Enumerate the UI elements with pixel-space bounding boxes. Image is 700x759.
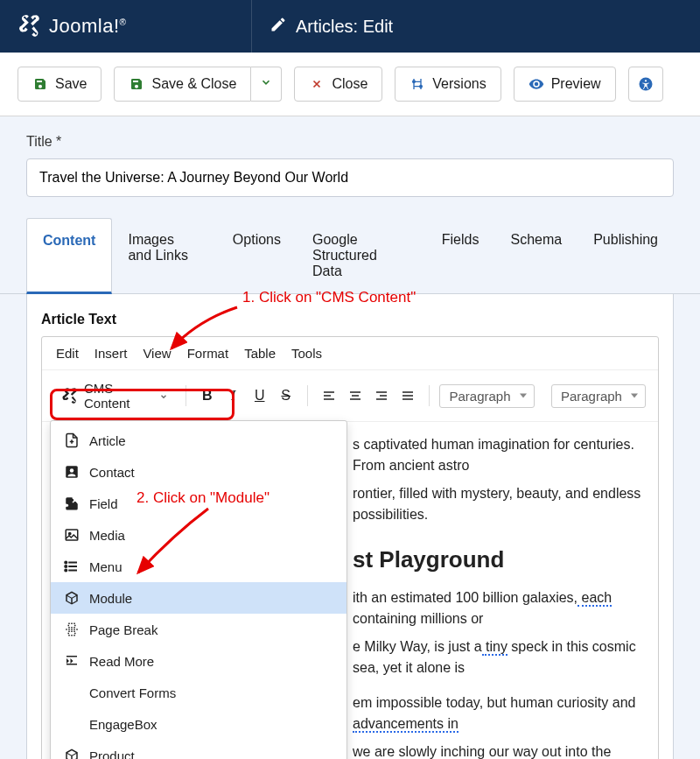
save-close-dropdown[interactable] — [251, 67, 282, 102]
svg-point-1 — [420, 85, 423, 88]
editor-toolbar: CMS Content B I U S Paragraph Paragraph — [42, 370, 658, 422]
cms-content-dropdown: 2. Click on "Module" Article Contact Fie… — [50, 420, 347, 759]
title-field-section: Title * — [0, 116, 700, 218]
svg-point-0 — [413, 81, 416, 83]
cube-icon — [63, 589, 80, 607]
align-right-button[interactable] — [371, 384, 392, 407]
tab-schema[interactable]: Schema — [494, 218, 578, 293]
brand-name: Joomla!® — [49, 15, 126, 38]
versions-button[interactable]: Versions — [395, 67, 500, 102]
strikethrough-button[interactable]: S — [276, 384, 297, 407]
svg-point-9 — [65, 566, 66, 567]
format-select-2[interactable]: Paragraph — [551, 384, 646, 408]
bold-button[interactable]: B — [197, 384, 218, 407]
cms-item-pagebreak[interactable]: Page Break — [51, 614, 346, 645]
cms-item-module[interactable]: Module — [51, 582, 346, 614]
cms-item-field[interactable]: Field — [51, 488, 346, 519]
tab-publishing[interactable]: Publishing — [578, 218, 674, 293]
chevron-down-icon — [260, 76, 272, 92]
preview-button[interactable]: Preview — [514, 67, 616, 102]
tab-structured-data[interactable]: Google Structured Data — [297, 218, 426, 293]
italic-button[interactable]: I — [223, 384, 244, 407]
cube-icon — [63, 747, 80, 759]
separator — [307, 385, 308, 406]
menu-edit[interactable]: Edit — [56, 346, 79, 361]
underline-button[interactable]: U — [249, 384, 270, 407]
wysiwyg-editor: Edit Insert View Format Table Tools CMS … — [41, 336, 659, 759]
menu-view[interactable]: View — [143, 346, 171, 361]
menu-lines-icon — [63, 558, 80, 575]
menu-tools[interactable]: Tools — [291, 346, 322, 361]
title-label: Title * — [26, 134, 674, 150]
media-icon — [63, 526, 80, 544]
action-toolbar: Save Save & Close Close Versions Preview — [0, 53, 700, 116]
cms-item-contact[interactable]: Contact — [51, 456, 346, 488]
close-icon — [309, 76, 325, 92]
editor-area: 1. Click on "CMS Content" Article Text E… — [26, 294, 674, 759]
menu-table[interactable]: Table — [244, 346, 276, 361]
svg-point-3 — [644, 80, 646, 81]
document-plus-icon — [63, 432, 80, 449]
chevron-down-icon — [159, 389, 168, 404]
tab-fields[interactable]: Fields — [426, 218, 495, 293]
separator — [186, 385, 186, 406]
save-close-button[interactable]: Save & Close — [114, 67, 251, 102]
menu-insert[interactable]: Insert — [94, 346, 128, 361]
top-bar: Joomla!® Articles: Edit — [0, 0, 700, 53]
cms-item-engagebox[interactable]: EngageBox — [51, 708, 346, 740]
article-text-label: Article Text — [41, 312, 659, 327]
title-input[interactable] — [26, 158, 674, 197]
editor-menubar: Edit Insert View Format Table Tools — [42, 337, 658, 370]
cms-item-convertforms[interactable]: Convert Forms — [51, 677, 346, 708]
svg-point-7 — [69, 532, 71, 534]
readmore-icon — [63, 652, 80, 670]
pencil-icon — [270, 16, 287, 38]
cms-item-menu[interactable]: Menu — [51, 551, 346, 582]
tab-images-links[interactable]: Images and Links — [112, 218, 216, 293]
brand-logo-area: Joomla!® — [0, 0, 252, 53]
separator — [429, 385, 430, 406]
tab-options[interactable]: Options — [217, 218, 297, 293]
svg-rect-6 — [66, 530, 78, 540]
align-center-button[interactable] — [345, 384, 366, 407]
tab-content[interactable]: Content — [26, 218, 112, 294]
align-left-button[interactable] — [318, 384, 340, 407]
cms-content-button[interactable]: CMS Content — [54, 377, 175, 414]
format-select-1[interactable]: Paragraph — [439, 384, 534, 408]
save-icon — [129, 76, 144, 92]
accessibility-icon — [638, 76, 654, 92]
accessibility-button[interactable] — [628, 67, 663, 102]
versions-icon — [410, 76, 425, 92]
save-close-group: Save & Close — [114, 67, 282, 102]
eye-icon — [528, 76, 544, 92]
contact-icon — [63, 463, 80, 481]
cms-item-product[interactable]: Product — [51, 740, 346, 759]
puzzle-icon — [63, 495, 80, 512]
svg-point-8 — [65, 561, 66, 563]
joomla-logo-icon — [18, 12, 42, 40]
pagebreak-icon — [63, 621, 80, 638]
cms-item-readmore[interactable]: Read More — [51, 645, 346, 677]
joomla-icon — [61, 386, 79, 406]
svg-point-10 — [65, 569, 66, 571]
close-button[interactable]: Close — [294, 67, 382, 102]
tab-bar: Content Images and Links Options Google … — [0, 218, 700, 294]
svg-point-5 — [70, 468, 74, 473]
page-title: Articles: Edit — [296, 17, 393, 37]
save-button[interactable]: Save — [18, 67, 102, 102]
article-heading-1: st Playground — [353, 543, 644, 577]
cms-item-article[interactable]: Article — [51, 425, 346, 456]
align-justify-button[interactable] — [397, 384, 418, 407]
cms-item-media[interactable]: Media — [51, 519, 346, 551]
page-title-area: Articles: Edit — [252, 16, 410, 38]
menu-format[interactable]: Format — [187, 346, 229, 361]
save-icon — [32, 76, 48, 92]
